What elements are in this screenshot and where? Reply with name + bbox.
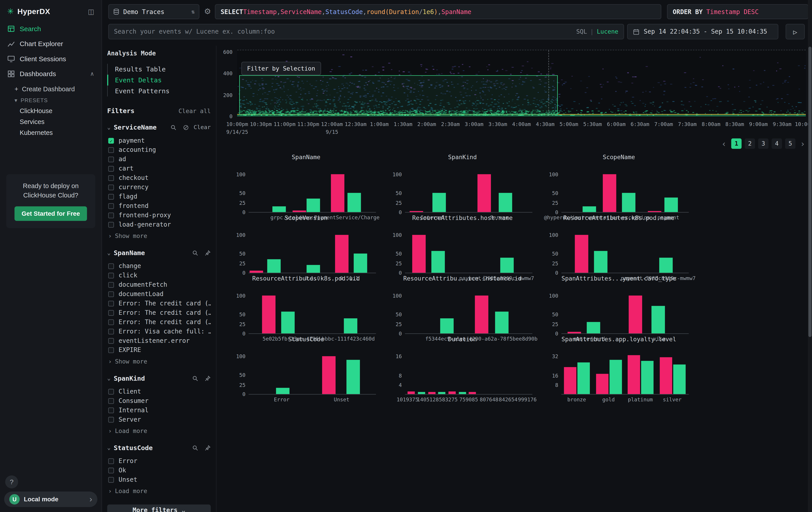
- filter-option-frontend-proxy[interactable]: frontend-proxy: [108, 211, 211, 220]
- search-icon[interactable]: [192, 444, 198, 451]
- filter-option-frontend[interactable]: frontend: [108, 201, 211, 211]
- checkbox[interactable]: [108, 175, 114, 181]
- sql-toggle[interactable]: SQL: [576, 28, 587, 35]
- filter-option-currency[interactable]: currency: [108, 183, 211, 192]
- page-button-3[interactable]: 3: [758, 138, 768, 149]
- sidebar-item-chart-explorer[interactable]: Chart Explorer: [0, 36, 102, 51]
- presets-section-header[interactable]: ▾PRESETS: [0, 95, 102, 105]
- sidebar-item-search[interactable]: Search: [0, 21, 102, 36]
- create-dashboard-button[interactable]: +Create Dashboard: [0, 83, 102, 95]
- filter-option-error-the-credit-card[interactable]: Error: The credit card (…: [108, 299, 211, 308]
- checkbox[interactable]: [108, 300, 114, 306]
- get-started-button[interactable]: Get Started for Free: [14, 207, 87, 221]
- checkbox[interactable]: [108, 407, 114, 413]
- checkbox[interactable]: [108, 347, 114, 353]
- preset-dashboard-clickhouse[interactable]: ClickHouse: [0, 105, 102, 116]
- checkbox[interactable]: [108, 389, 114, 395]
- analysis-mode-results-table[interactable]: Results Table: [107, 64, 211, 75]
- clear-all-filters-button[interactable]: Clear all: [178, 107, 211, 114]
- help-button[interactable]: ?: [5, 476, 18, 488]
- checkbox[interactable]: [108, 222, 114, 227]
- filter-option-cart[interactable]: cart: [108, 164, 211, 173]
- load-more-link[interactable]: ›Load more: [108, 487, 211, 495]
- sql-query-input[interactable]: SELECT Timestamp, ServiceName, StatusCod…: [215, 4, 662, 19]
- scrollbar-thumb[interactable]: [808, 47, 812, 337]
- checkbox[interactable]: [108, 184, 114, 190]
- more-filters-button[interactable]: More filters ⌄: [107, 505, 211, 512]
- filter-option-eventlistener-error[interactable]: eventListener.error: [108, 336, 211, 345]
- checkbox[interactable]: [108, 398, 114, 404]
- analysis-mode-event-deltas[interactable]: Event Deltas: [107, 75, 211, 85]
- run-query-button[interactable]: ▷: [786, 24, 805, 39]
- order-by-input[interactable]: ORDER BY Timestamp DESC: [667, 4, 808, 19]
- filter-option-error-the-credit-card[interactable]: Error: The credit card (…: [108, 308, 211, 317]
- checkbox[interactable]: [108, 319, 114, 325]
- previous-page-button[interactable]: ‹: [720, 138, 728, 149]
- checkbox[interactable]: [108, 194, 114, 199]
- pin-icon[interactable]: [205, 375, 211, 381]
- clear-filter-icon[interactable]: [183, 124, 189, 131]
- checkbox[interactable]: [108, 282, 114, 288]
- filter-option-change[interactable]: change: [108, 261, 211, 271]
- filter-option-payment[interactable]: ✓payment: [108, 136, 211, 145]
- window-scrollbar[interactable]: [808, 0, 812, 512]
- filter-option-ad[interactable]: ad: [108, 155, 211, 164]
- filter-option-unset[interactable]: Unset: [108, 475, 211, 484]
- load-more-link[interactable]: ›Load more: [108, 427, 211, 435]
- clear-filter-button[interactable]: Clear: [194, 124, 211, 131]
- search-input[interactable]: [114, 28, 576, 35]
- timeline-selection[interactable]: [239, 75, 558, 115]
- filter-option-flagd[interactable]: flagd: [108, 192, 211, 201]
- search-icon[interactable]: [170, 124, 177, 131]
- chevron-down-icon[interactable]: ⌄: [107, 249, 111, 256]
- checkbox[interactable]: [108, 166, 114, 171]
- filter-option-documentload[interactable]: documentLoad: [108, 289, 211, 299]
- checkbox[interactable]: [108, 272, 114, 278]
- checkbox[interactable]: [108, 147, 114, 153]
- collapse-sidebar-icon[interactable]: ◫: [88, 7, 94, 16]
- search-icon[interactable]: [192, 249, 198, 256]
- settings-gear-icon[interactable]: ⚙: [204, 7, 211, 16]
- filter-option-load-generator[interactable]: load-generator: [108, 220, 211, 229]
- chevron-down-icon[interactable]: ⌄: [107, 124, 111, 131]
- filter-option-consumer[interactable]: Consumer: [108, 396, 211, 405]
- filter-by-selection-button[interactable]: Filter by Selection: [241, 62, 321, 75]
- filter-option-error[interactable]: Error: [108, 456, 211, 466]
- filter-option-client[interactable]: Client: [108, 387, 211, 396]
- filter-option-error-visa-cache-full[interactable]: Error: Visa cache full: …: [108, 327, 211, 336]
- checkbox[interactable]: [108, 467, 114, 473]
- checkbox[interactable]: [108, 212, 114, 218]
- preset-dashboard-kubernetes[interactable]: Kubernetes: [0, 127, 102, 138]
- search-icon[interactable]: [192, 375, 198, 381]
- filter-option-click[interactable]: click: [108, 271, 211, 280]
- filter-option-expire[interactable]: EXPIRE: [108, 345, 211, 355]
- show-more-link[interactable]: ›Show more: [108, 357, 211, 366]
- page-button-4[interactable]: 4: [772, 138, 782, 149]
- sidebar-item-dashboards[interactable]: Dashboards∧: [0, 66, 102, 81]
- pin-icon[interactable]: [205, 249, 211, 256]
- chevron-down-icon[interactable]: ⌄: [107, 444, 111, 451]
- page-button-2[interactable]: 2: [745, 138, 755, 149]
- filter-option-accounting[interactable]: accounting: [108, 145, 211, 155]
- checkbox[interactable]: [108, 338, 114, 344]
- local-mode-button[interactable]: U Local mode ›: [4, 491, 97, 507]
- checkbox[interactable]: [108, 203, 114, 209]
- filter-option-ok[interactable]: Ok: [108, 466, 211, 475]
- checkbox[interactable]: [108, 156, 114, 162]
- checkbox[interactable]: [108, 263, 114, 269]
- checkbox[interactable]: [108, 458, 114, 464]
- timeline-chart[interactable]: Filter by Selection: [237, 50, 806, 117]
- lucene-toggle[interactable]: Lucene: [597, 28, 618, 35]
- source-selector[interactable]: Demo Traces ⇅: [108, 4, 199, 19]
- checkbox[interactable]: [108, 310, 114, 316]
- analysis-mode-event-patterns[interactable]: Event Patterns: [107, 85, 211, 97]
- chevron-down-icon[interactable]: ⌄: [107, 375, 111, 381]
- checkbox[interactable]: ✓: [108, 138, 114, 143]
- filter-option-server[interactable]: Server: [108, 415, 211, 424]
- checkbox[interactable]: [108, 477, 114, 483]
- filter-option-checkout[interactable]: checkout: [108, 173, 211, 183]
- sidebar-item-client-sessions[interactable]: Client Sessions: [0, 51, 102, 66]
- checkbox[interactable]: [108, 328, 114, 334]
- checkbox[interactable]: [108, 416, 114, 422]
- preset-dashboard-services[interactable]: Services: [0, 116, 102, 127]
